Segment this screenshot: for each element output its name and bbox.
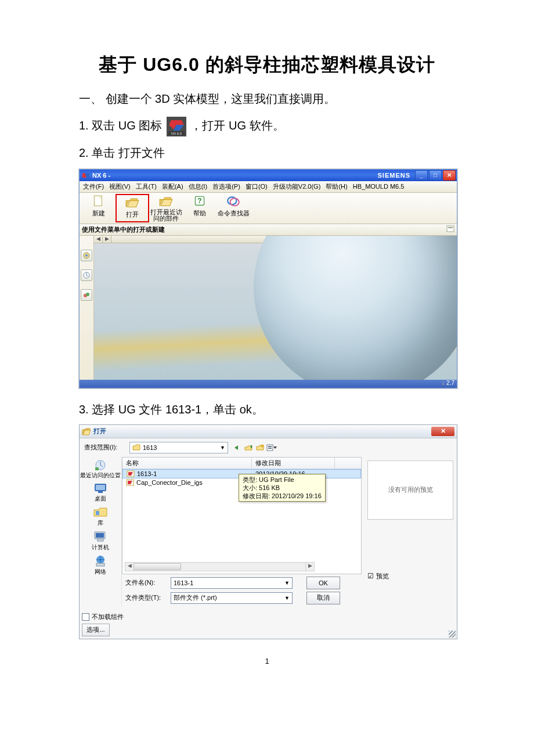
file-type-input[interactable]: 部件文件 (*.prt)▼ (171, 592, 293, 604)
svg-point-19 (86, 293, 89, 296)
menu-info[interactable]: 信息(I) (189, 183, 207, 190)
file-list-header[interactable]: 名称 修改日期 (122, 458, 361, 469)
menu-view[interactable]: 视图(V) (109, 183, 131, 190)
look-in-label: 查找范围(I): (84, 443, 126, 452)
nx-status-bar: 使用文件菜单中的打开或新建 (80, 224, 457, 236)
place-recent[interactable]: 最近访问的位置 (80, 458, 121, 478)
ugpart-icon (127, 470, 135, 477)
file-list-hscroll[interactable]: ◀▶ (125, 562, 315, 571)
svg-rect-25 (95, 467, 99, 470)
place-computer[interactable]: 计算机 (92, 530, 109, 552)
status-right-icon[interactable] (446, 225, 454, 234)
side-btn-3[interactable] (81, 289, 92, 301)
nx-window-title: NX 6 - (92, 172, 377, 179)
tb-open-recent[interactable]: 打开最近访问的部件 (149, 194, 183, 222)
options-button[interactable]: 选项... (82, 624, 110, 636)
menu-help[interactable]: 帮助(H) (326, 183, 347, 190)
nx-menubar: 文件(F) 视图(V) 工具(T) 装配(A) 信息(I) 首选项(P) 窗口(… (80, 181, 457, 193)
back-icon[interactable] (232, 443, 242, 452)
no-load-checkbox[interactable] (82, 613, 89, 621)
svg-rect-13 (447, 226, 454, 232)
col-name[interactable]: 名称 (122, 458, 252, 469)
svg-rect-32 (98, 539, 103, 541)
siemens-brand: SIEMENS (377, 172, 410, 179)
nx-logo-icon (82, 171, 90, 179)
svg-rect-28 (98, 491, 103, 493)
preview-box: 没有可用的预览 (367, 460, 453, 520)
no-load-label: 不加载组件 (92, 613, 124, 621)
svg-rect-31 (96, 533, 104, 538)
help-icon: ? (192, 195, 207, 208)
tb-open[interactable]: 打开 (116, 194, 149, 222)
file-type-label: 文件类型(T): (125, 593, 167, 602)
status-text: 使用文件菜单中的打开或新建 (82, 225, 165, 234)
canvas-earth (254, 236, 457, 380)
place-desktop[interactable]: 桌面 (92, 481, 109, 503)
svg-text:NX 6.0: NX 6.0 (171, 132, 182, 135)
side-btn-1[interactable] (81, 250, 92, 261)
nx-canvas: ◀▶ (94, 236, 457, 380)
open-recent-icon (158, 195, 174, 208)
nx-titlebar: NX 6 - SIEMENS _ □ ✕ (80, 170, 457, 181)
menu-hbmould[interactable]: HB_MOULD M6.5 (353, 183, 405, 190)
file-name-label: 文件名(N): (125, 578, 167, 587)
svg-rect-34 (96, 563, 104, 566)
nx-toolbar: 新建 打开 打开最近访问的部件 ? 帮助 命令查找器 (80, 193, 457, 224)
step-3: 3. 选择 UG 文件 1613-1，单击 ok。 (79, 399, 455, 420)
open-dialog-close-button[interactable]: ✕ (431, 427, 454, 436)
ugpart-icon (126, 479, 134, 486)
new-folder-icon[interactable] (255, 443, 265, 452)
minimize-button[interactable]: _ (415, 170, 428, 181)
svg-rect-22 (268, 446, 272, 447)
place-libraries[interactable]: 库 (92, 505, 109, 527)
menu-tools[interactable]: 工具(T) (136, 183, 157, 190)
page-number: 1 (79, 657, 455, 665)
section-heading: 一、 创建一个 3D 实体模型，这里我们直接调用。 (79, 88, 455, 109)
menu-assembly[interactable]: 装配(A) (162, 183, 183, 190)
nx-main-window: NX 6 - SIEMENS _ □ ✕ 文件(F) 视图(V) 工具(T) 装… (79, 169, 457, 388)
view-menu-icon[interactable] (266, 443, 277, 452)
step-2: 2. 单击 打开文件 (79, 142, 455, 163)
menu-file[interactable]: 文件(F) (83, 183, 104, 190)
side-btn-2[interactable] (81, 269, 92, 281)
file-list[interactable]: 名称 修改日期 1613-1 2012/10/29 19:16 (122, 457, 362, 574)
cancel-button[interactable]: 取消 (306, 592, 340, 604)
open-dialog-title: 打开 (93, 427, 431, 435)
menu-window[interactable]: 窗口(O) (246, 183, 268, 190)
close-button[interactable]: ✕ (443, 170, 456, 181)
step-1: 1. 双击 UG 图标 NX 6.0 ，打开 UG 软件。 (79, 115, 455, 136)
command-finder-icon (226, 195, 241, 208)
tb-help[interactable]: ? 帮助 (183, 194, 217, 222)
place-network[interactable]: 网络 (92, 554, 109, 576)
svg-point-12 (230, 198, 239, 206)
col-date[interactable]: 修改日期 (252, 458, 335, 469)
nx-bottom-bar: ↓ 2.7 (80, 380, 457, 388)
svg-rect-14 (448, 227, 453, 228)
tb-new[interactable]: 新建 (82, 194, 116, 222)
doc-title: 基于 UG6.0 的斜导柱抽芯塑料模具设计 (79, 52, 455, 78)
svg-rect-29 (96, 511, 99, 515)
open-dialog-titlebar: 打开 ✕ (80, 425, 457, 438)
menu-prefs[interactable]: 首选项(P) (212, 183, 240, 190)
svg-rect-27 (96, 485, 105, 490)
step1-text-a: 1. 双击 UG 图标 (79, 119, 162, 132)
up-icon[interactable] (243, 443, 254, 452)
preview-checkbox[interactable]: ☑ (367, 572, 374, 580)
step1-text-b: ，打开 UG 软件。 (190, 119, 284, 132)
maximize-button[interactable]: □ (429, 170, 442, 181)
ok-button[interactable]: OK (306, 577, 340, 589)
folder-icon (132, 444, 140, 451)
svg-rect-23 (268, 448, 272, 449)
nx-sidebar (80, 236, 94, 380)
nx-desktop-icon: NX 6.0 (167, 117, 186, 136)
tb-command-finder[interactable]: 命令查找器 (217, 194, 250, 222)
places-bar: 最近访问的位置 桌面 库 计算机 (80, 457, 122, 607)
open-dialog: 打开 ✕ 查找范围(I): 1613 ▼ (79, 424, 457, 639)
resize-grip-icon[interactable] (449, 631, 456, 638)
menu-upgrade[interactable]: 升级功能V2.0(G) (273, 183, 321, 190)
look-in-combo[interactable]: 1613 ▼ (129, 442, 228, 453)
preview-label: 预览 (376, 572, 389, 581)
open-dialog-icon (82, 427, 91, 436)
new-icon (91, 195, 106, 208)
file-name-input[interactable]: 1613-1▼ (171, 577, 293, 589)
